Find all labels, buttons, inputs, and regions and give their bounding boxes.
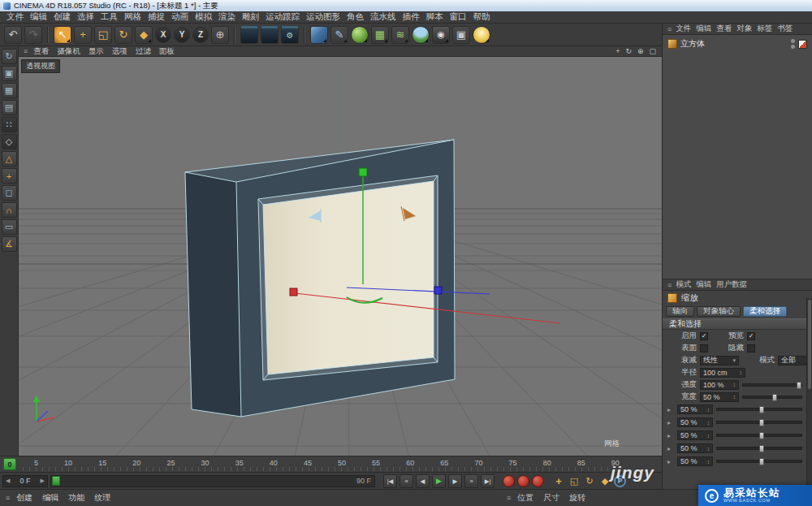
subdivision-surface-button[interactable] — [351, 26, 369, 44]
attribute-manager-menu-item[interactable]: 模式 — [673, 279, 693, 290]
viewport-menu-item[interactable]: 过滤 — [132, 46, 155, 57]
menu-item[interactable]: 网格 — [121, 11, 145, 23]
slider-handle[interactable] — [759, 419, 764, 426]
width-slider[interactable] — [742, 396, 802, 399]
panel-menu-icon[interactable]: ≡ — [666, 281, 673, 289]
falloff-row-slider[interactable] — [716, 421, 802, 424]
coordinates-manager-menu-item[interactable]: 位置 — [512, 492, 538, 504]
perspective-viewport[interactable]: ≡ 查看摄像机显示选项过滤面板 + ↻ ⊕ ▢ 透视视图 — [19, 46, 662, 456]
zoom-view-icon[interactable]: ⊕ — [637, 47, 644, 55]
screen-layout-button[interactable]: ▣ — [452, 26, 470, 44]
render-picture-viewer-button[interactable] — [261, 26, 279, 44]
coordinates-manager-menu-item[interactable]: 尺寸 — [538, 492, 564, 504]
record-position-toggle[interactable]: + — [552, 474, 565, 487]
slider-handle[interactable] — [772, 394, 777, 401]
hidden-checkbox[interactable] — [747, 344, 755, 352]
menu-item[interactable]: 创建 — [50, 11, 74, 23]
panel-menu-icon[interactable]: ≡ — [666, 25, 673, 33]
deformer-button[interactable]: ≋ — [391, 26, 409, 44]
falloff-row-slider[interactable] — [716, 447, 802, 450]
object-manager-list[interactable]: 立方体 — [663, 35, 812, 279]
frame-spin-right-icon[interactable]: ▶ — [41, 478, 45, 484]
previous-frame-button[interactable]: ◀ — [416, 474, 430, 488]
slider-handle[interactable] — [797, 382, 801, 389]
expander-icon[interactable]: ▸ — [667, 458, 674, 465]
falloff-row-slider[interactable] — [716, 408, 802, 411]
object-manager-menu-item[interactable]: 对象 — [734, 24, 754, 34]
slider-handle[interactable] — [759, 406, 764, 413]
redo-button[interactable]: ↷ — [24, 26, 42, 44]
object-name[interactable]: 立方体 — [680, 38, 705, 50]
edges-mode-icon[interactable]: ◇ — [2, 134, 17, 149]
x-axis-lock-button[interactable]: X — [155, 27, 171, 43]
tab-axis[interactable]: 轴向 — [666, 306, 694, 317]
points-mode-icon[interactable]: ∷ — [2, 117, 17, 132]
timeline-range-slider[interactable]: 90 F — [50, 475, 375, 487]
y-axis-handle[interactable] — [359, 168, 367, 176]
menu-item[interactable]: 窗口 — [447, 11, 470, 23]
add-primitive-cube-button[interactable] — [310, 26, 328, 44]
menu-item[interactable]: 选择 — [74, 11, 97, 23]
expander-icon[interactable]: ▸ — [667, 419, 674, 426]
undo-button[interactable]: ↶ — [4, 26, 22, 44]
x-axis-handle[interactable] — [290, 288, 297, 296]
expander-icon[interactable]: ▸ — [667, 445, 674, 452]
frame-spin-left-icon[interactable]: ◀ — [6, 478, 10, 484]
falloff-value-field[interactable]: 50 %↕ — [677, 404, 713, 414]
current-frame-field[interactable]: ◀ 0 F ▶ — [2, 475, 48, 487]
lock-workplane-icon[interactable]: ▭ — [2, 219, 17, 235]
menu-item[interactable]: 渲染 — [215, 11, 239, 23]
falloff-value-field[interactable]: 50 %↕ — [677, 430, 713, 440]
menu-item[interactable]: 编辑 — [27, 11, 50, 23]
panel-menu-icon[interactable]: ≡ — [22, 47, 29, 55]
object-manager-menu-item[interactable]: 文件 — [673, 24, 693, 34]
attribute-scrollbar[interactable] — [806, 298, 812, 489]
falloff-value-field[interactable]: 50 %↕ — [677, 456, 713, 466]
menu-item[interactable]: 帮助 — [470, 11, 494, 23]
menu-item[interactable]: 角色 — [343, 11, 367, 23]
record-parameter-toggle[interactable]: ◆ — [598, 474, 611, 487]
tab-soft-selection[interactable]: 柔和选择 — [743, 306, 787, 317]
menu-item[interactable]: 动画 — [168, 11, 192, 23]
menu-item[interactable]: 雕刻 — [239, 11, 262, 23]
viewport-menu-item[interactable]: 查看 — [29, 46, 53, 57]
panel-menu-icon[interactable]: ≡ — [4, 494, 11, 502]
menu-item[interactable]: 模拟 — [192, 11, 215, 23]
falloff-value-field[interactable]: 50 %↕ — [677, 417, 713, 427]
make-editable-icon[interactable]: ↻ — [2, 49, 17, 64]
expander-icon[interactable]: ▸ — [667, 432, 674, 439]
enable-checkbox[interactable]: ✓ — [700, 332, 708, 340]
pan-view-icon[interactable]: + — [615, 47, 620, 55]
timeline-playhead[interactable]: 0 — [3, 458, 16, 470]
light-button[interactable] — [473, 26, 490, 44]
menu-item[interactable]: 运动图形 — [303, 11, 343, 23]
record-keyframe-button[interactable] — [503, 475, 515, 487]
tab-object-axis[interactable]: 对象轴心 — [697, 306, 741, 317]
range-slider-handle[interactable] — [52, 476, 60, 486]
view-label[interactable]: 透视视图 — [21, 59, 60, 73]
falloff-dropdown[interactable]: 线性 ▾ — [700, 356, 739, 365]
timeline-ruler[interactable]: 0 51015202530354045505560657075808590 — [0, 456, 662, 472]
enable-axis-icon[interactable]: + — [2, 168, 17, 184]
camera-button[interactable]: ◉ — [432, 26, 450, 44]
rotate-tool-button[interactable]: ↻ — [114, 26, 132, 44]
object-manager-menu-item[interactable]: 编辑 — [693, 24, 714, 34]
menu-item[interactable]: 脚本 — [423, 11, 447, 23]
record-scale-toggle[interactable]: ◱ — [568, 474, 581, 487]
next-key-button[interactable]: » — [464, 474, 478, 488]
viewport-canvas[interactable] — [19, 46, 662, 456]
panel-menu-icon[interactable]: ≡ — [505, 494, 512, 502]
coordinates-manager-menu-item[interactable]: 旋转 — [564, 492, 590, 504]
autokey-button[interactable] — [517, 475, 529, 487]
array-generator-button[interactable]: ▦ — [371, 26, 389, 44]
expander-icon[interactable]: ▸ — [667, 406, 674, 413]
object-manager-menu-item[interactable]: 查看 — [714, 24, 734, 34]
surface-checkbox[interactable] — [700, 344, 708, 352]
y-axis-lock-button[interactable]: Y — [174, 27, 190, 43]
slider-handle[interactable] — [759, 458, 764, 465]
falloff-value-field[interactable]: 50 %↕ — [677, 443, 713, 453]
viewport-solo-icon[interactable]: ◻ — [2, 185, 17, 201]
menu-item[interactable]: 运动跟踪 — [262, 11, 303, 23]
viewport-menu-item[interactable]: 面板 — [155, 46, 179, 57]
z-axis-lock-button[interactable]: Z — [192, 27, 209, 43]
